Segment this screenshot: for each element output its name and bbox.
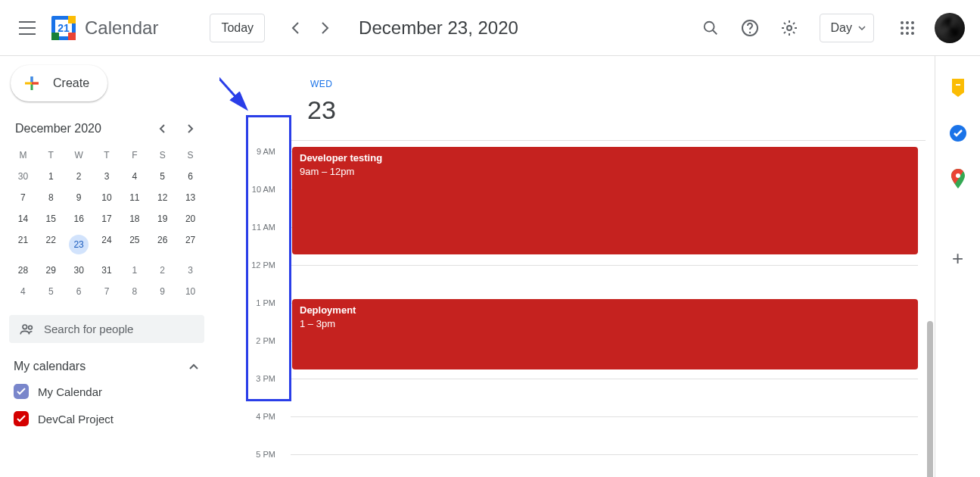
mini-day-cell[interactable]: 31 [93,260,121,280]
mini-day-cell[interactable]: 3 [93,167,121,186]
time-label: 4 PM [230,412,275,421]
mini-day-cell[interactable]: 9 [148,282,176,301]
search-icon[interactable] [692,10,729,46]
mini-day-cell[interactable]: 17 [93,209,121,229]
mini-day-cell[interactable]: 16 [65,209,93,229]
mini-day-cell[interactable]: 30 [65,260,93,280]
mini-day-cell[interactable]: 26 [148,230,176,259]
scrollbar-thumb[interactable] [927,321,933,477]
mini-day-cell[interactable]: 12 [148,188,176,207]
mini-day-cell[interactable]: 7 [9,188,37,207]
mini-day-cell[interactable]: 28 [9,260,37,280]
mini-day-cell[interactable]: 8 [120,282,148,301]
tasks-icon[interactable] [949,124,967,142]
mini-day-cell[interactable]: 2 [148,260,176,280]
svg-point-16 [911,26,914,30]
mini-day-cell[interactable]: 23 [65,230,93,259]
mini-day-cell[interactable]: 30 [9,167,37,186]
my-calendars-toggle[interactable]: My calendars [9,343,204,378]
mini-calendar-title: December 2020 [15,122,151,136]
mini-day-cell[interactable]: 6 [65,282,93,301]
calendar-checkbox[interactable] [14,384,29,399]
mini-day-cell[interactable]: 20 [176,209,204,229]
search-people-input[interactable]: Search for people [9,315,204,343]
calendar-checkbox[interactable] [14,411,29,426]
prev-day-button[interactable] [280,13,310,43]
svg-point-21 [29,326,33,329]
mini-day-cell[interactable]: 1 [120,260,148,280]
main-menu-icon[interactable] [9,10,45,46]
svg-point-7 [704,21,714,31]
time-label: 11 AM [230,223,275,232]
chevron-down-icon [858,26,866,30]
calendar-list-item[interactable]: My Calendar [9,378,204,405]
mini-day-cell[interactable]: 3 [176,260,204,280]
time-grid[interactable]: 9 AM10 AM11 AM12 PM1 PM2 PM3 PM4 PM5 PM … [219,141,935,477]
svg-point-17 [901,32,904,35]
mini-day-cell[interactable]: 29 [37,260,65,280]
my-calendars-label: My calendars [14,360,189,373]
next-day-button[interactable] [310,13,341,43]
mini-next-month-button[interactable] [180,118,201,139]
mini-day-cell[interactable]: 27 [176,230,204,259]
mini-day-cell[interactable]: 14 [9,209,37,229]
mini-day-cell[interactable]: 4 [120,167,148,186]
time-label: 1 PM [230,298,275,307]
keep-icon[interactable] [949,79,967,97]
mini-day-cell[interactable]: 5 [37,282,65,301]
mini-day-cell[interactable]: 15 [37,209,65,229]
mini-dow-label: T [37,147,65,165]
mini-day-cell[interactable]: 25 [120,230,148,259]
account-avatar[interactable] [935,13,965,43]
calendar-event[interactable]: Deployment1 – 3pm [292,299,918,369]
maps-icon[interactable] [949,170,967,188]
side-panel: + [935,56,980,477]
view-selector[interactable]: Day [820,14,874,42]
mini-day-cell[interactable]: 6 [176,167,204,186]
header-actions: Day [692,10,974,46]
mini-dow-label: W [65,147,93,165]
event-column[interactable]: Developer testing9am – 12pmDeployment1 –… [291,141,918,477]
mini-day-cell[interactable]: 21 [9,230,37,259]
mini-prev-month-button[interactable] [151,118,173,139]
calendar-name-label: DevCal Project [38,413,114,426]
mini-dow-label: T [93,147,121,165]
event-title: Deployment [300,304,910,317]
mini-day-cell[interactable]: 13 [176,188,204,207]
mini-day-cell[interactable]: 10 [176,282,204,301]
settings-icon[interactable] [771,10,807,46]
mini-day-cell[interactable]: 10 [93,188,121,207]
mini-day-cell[interactable]: 4 [9,282,37,301]
svg-point-11 [901,21,904,24]
time-label: 10 AM [230,185,275,194]
sidebar: Create December 2020 MTWTFSS301234567891… [0,56,219,477]
mini-day-cell[interactable]: 22 [37,230,65,259]
mini-day-cell[interactable]: 5 [148,167,176,186]
mini-dow-label: S [176,147,204,165]
today-button[interactable]: Today [210,14,265,42]
mini-day-cell[interactable]: 11 [120,188,148,207]
mini-day-cell[interactable]: 24 [93,230,121,259]
time-label: 9 AM [230,147,275,156]
day-number: 23 [307,95,336,125]
calendar-event[interactable]: Developer testing9am – 12pm [292,147,918,254]
mini-day-cell[interactable]: 1 [37,167,65,186]
header-bar: 21 Calendar Today December 23, 2020 Day [0,0,980,56]
mini-day-cell[interactable]: 18 [120,209,148,229]
create-button[interactable]: Create [11,65,107,101]
add-panel-button[interactable]: + [952,247,963,270]
mini-day-cell[interactable]: 9 [65,188,93,207]
help-icon[interactable] [732,10,768,46]
mini-day-cell[interactable]: 2 [65,167,93,186]
day-column-header: WED 23 [219,56,935,141]
svg-point-10 [787,26,792,30]
mini-calendar-grid: MTWTFSS301234567891011121314151617181920… [9,142,204,307]
mini-day-cell[interactable]: 19 [148,209,176,229]
mini-day-cell[interactable]: 8 [37,188,65,207]
svg-point-13 [911,21,914,24]
svg-point-19 [911,32,914,35]
google-apps-icon[interactable] [889,10,926,46]
calendar-list-item[interactable]: DevCal Project [9,405,204,432]
time-label: 12 PM [230,260,275,270]
mini-day-cell[interactable]: 7 [93,282,121,301]
